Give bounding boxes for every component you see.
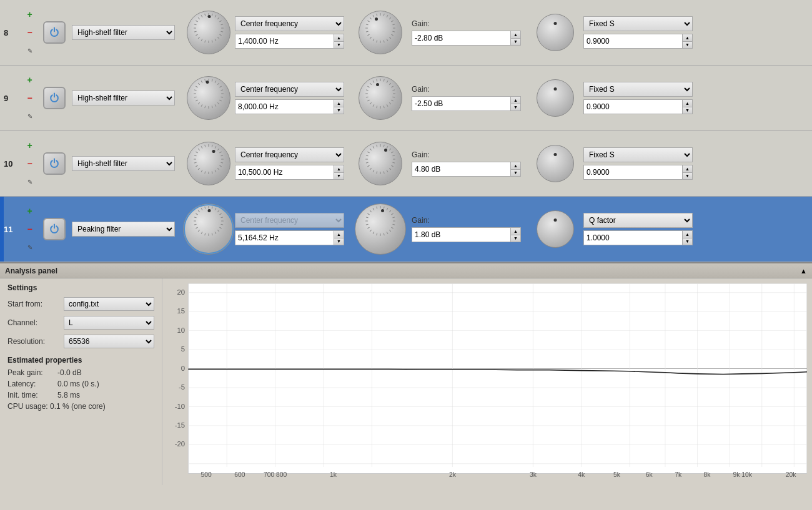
add-band-button-8[interactable]: + xyxy=(25,9,35,19)
gain-spin-up-10[interactable]: ▲ xyxy=(511,162,520,170)
knob-tick xyxy=(221,159,224,160)
knob-tick xyxy=(391,34,394,36)
freq-spin-up-11[interactable]: ▲ xyxy=(334,231,344,238)
freq-value-11[interactable]: 5,164.52 Hz xyxy=(235,232,334,243)
s-select-8[interactable]: Fixed S xyxy=(583,16,693,31)
freq-dropdown-10[interactable]: Center frequency xyxy=(235,147,344,162)
gain-knob-9[interactable] xyxy=(359,76,402,120)
remove-band-button-11[interactable]: − xyxy=(25,224,35,234)
freq-spin-down-8[interactable]: ▼ xyxy=(334,42,344,49)
add-band-button-11[interactable]: + xyxy=(25,206,35,216)
gain-value-8[interactable]: -2.80 dB xyxy=(412,32,510,44)
freq-spin-down-9[interactable]: ▼ xyxy=(334,107,344,114)
gain-spin-down-8[interactable]: ▼ xyxy=(511,39,520,46)
gain-value-10[interactable]: 4.80 dB xyxy=(412,164,510,175)
gain-spin-up-9[interactable]: ▲ xyxy=(511,97,520,104)
freq-spin-down-11[interactable]: ▼ xyxy=(334,238,344,245)
edit-button-8[interactable]: ✎ xyxy=(25,46,35,56)
s-knob-11[interactable] xyxy=(537,210,574,248)
gain-knob-10[interactable] xyxy=(359,142,402,185)
s-spin-down-8[interactable]: ▼ xyxy=(683,42,692,49)
resolution-row: Resolution: 65536 32768 16384 xyxy=(7,335,154,348)
knob-tick xyxy=(204,105,205,108)
power-button-8[interactable] xyxy=(43,21,66,44)
freq-spin-up-9[interactable]: ▲ xyxy=(334,100,344,107)
power-button-9[interactable] xyxy=(43,87,66,109)
edit-button-9[interactable]: ✎ xyxy=(25,111,35,121)
freq-knob-8[interactable] xyxy=(187,11,230,54)
add-band-button-9[interactable]: + xyxy=(25,75,35,85)
freq-spin-down-10[interactable]: ▼ xyxy=(334,173,344,180)
eq-row-8: 8+−✎ High-shelf filterCenter frequency1,… xyxy=(0,0,812,66)
s-knob-10[interactable] xyxy=(537,145,574,182)
gain-knob-8[interactable] xyxy=(359,11,402,54)
s-spin-up-9[interactable]: ▲ xyxy=(683,100,692,107)
s-value-11[interactable]: 1.0000 xyxy=(584,232,682,243)
gain-spin-down-10[interactable]: ▼ xyxy=(511,170,520,177)
add-band-button-10[interactable]: + xyxy=(25,140,35,150)
s-knob-9[interactable] xyxy=(537,79,574,117)
gain-spin-up-8[interactable]: ▲ xyxy=(511,31,520,39)
gain-knob-11[interactable] xyxy=(355,204,406,255)
freq-knob-9[interactable] xyxy=(187,76,230,120)
freq-value-8[interactable]: 1,400.00 Hz xyxy=(235,36,334,47)
knob-tick xyxy=(369,168,372,170)
s-value-10[interactable]: 0.9000 xyxy=(584,167,682,178)
remove-band-button-10[interactable]: − xyxy=(25,159,35,169)
knob-tick xyxy=(194,31,196,32)
freq-knob-col-11 xyxy=(182,204,235,255)
freq-knob-10[interactable] xyxy=(187,142,230,185)
svg-text:600: 600 xyxy=(234,471,245,478)
knob-tick xyxy=(194,97,196,98)
gain-spin-down-11[interactable]: ▼ xyxy=(511,235,520,242)
eq-row-10: 10+−✎ High-shelf filterCenter frequency1… xyxy=(0,131,812,197)
s-select-11[interactable]: Q factor xyxy=(583,213,693,228)
s-spin-up-10[interactable]: ▲ xyxy=(683,165,692,173)
init-time-row: Init. time: 5.8 ms xyxy=(7,391,154,400)
knob-tick xyxy=(204,171,205,174)
s-select-10[interactable]: Fixed S xyxy=(583,147,693,162)
channel-select[interactable]: L R Both xyxy=(64,316,154,330)
freq-dropdown-11[interactable]: Center frequency xyxy=(235,213,344,228)
knob-tick xyxy=(391,227,394,229)
s-spin-down-9[interactable]: ▼ xyxy=(683,107,692,114)
filter-type-select-8[interactable]: High-shelf filter xyxy=(72,25,175,40)
freq-value-9[interactable]: 8,000.00 Hz xyxy=(235,101,334,112)
filter-type-select-10[interactable]: High-shelf filter xyxy=(72,156,175,171)
freq-spin-up-10[interactable]: ▲ xyxy=(334,165,344,173)
s-spin-down-11[interactable]: ▼ xyxy=(683,238,692,245)
s-value-9[interactable]: 0.9000 xyxy=(584,101,682,112)
power-button-11[interactable] xyxy=(43,218,66,240)
knob-tick xyxy=(197,168,200,170)
s-select-9[interactable]: Fixed S xyxy=(583,82,693,97)
filter-type-select-9[interactable]: High-shelf filter xyxy=(72,91,175,105)
s-knob-8[interactable] xyxy=(537,14,574,51)
start-from-select[interactable]: config.txt xyxy=(64,297,154,311)
filter-type-select-11[interactable]: Peaking filter xyxy=(72,222,175,237)
freq-dropdown-9[interactable]: Center frequency xyxy=(235,82,344,97)
gain-spin-up-11[interactable]: ▲ xyxy=(511,228,520,235)
remove-band-button-9[interactable]: − xyxy=(25,93,35,103)
freq-value-10[interactable]: 10,500.00 Hz xyxy=(235,167,334,178)
collapse-icon[interactable]: ▲ xyxy=(800,267,807,275)
resolution-select[interactable]: 65536 32768 16384 xyxy=(64,335,154,348)
edit-button-11[interactable]: ✎ xyxy=(25,242,35,252)
freq-spin-up-8[interactable]: ▲ xyxy=(334,34,344,42)
gain-value-9[interactable]: -2.50 dB xyxy=(412,98,510,109)
freq-knob-11[interactable] xyxy=(183,204,234,255)
s-value-8[interactable]: 0.9000 xyxy=(584,36,682,47)
knob-tick xyxy=(367,100,369,102)
s-spin-up-8[interactable]: ▲ xyxy=(683,34,692,42)
row-number-col-9: 9 xyxy=(0,68,19,128)
knob-tick xyxy=(211,171,212,174)
s-spin-up-11[interactable]: ▲ xyxy=(683,231,692,238)
gain-value-11[interactable]: 1.80 dB xyxy=(412,229,510,240)
freq-dropdown-8[interactable]: Center frequency xyxy=(235,16,344,31)
edit-button-10[interactable]: ✎ xyxy=(25,177,35,187)
power-button-10[interactable] xyxy=(43,152,66,175)
gain-spin-down-9[interactable]: ▼ xyxy=(511,104,520,111)
knob-tick xyxy=(219,21,222,22)
knob-tick xyxy=(386,232,388,234)
s-spin-down-10[interactable]: ▼ xyxy=(683,173,692,180)
remove-band-button-8[interactable]: − xyxy=(25,27,35,37)
